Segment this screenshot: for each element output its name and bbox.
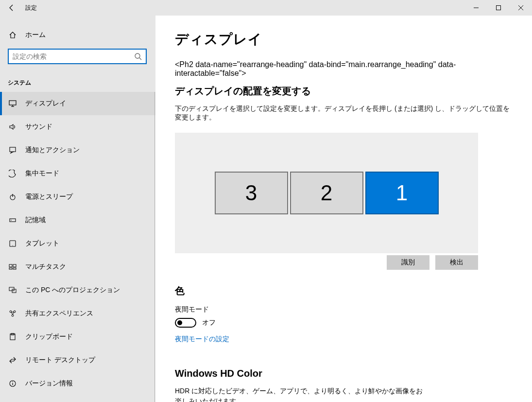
svg-point-15: [12, 245, 13, 245]
settings-window: 設定 ホーム: [0, 0, 532, 402]
sidebar-item-power-sleep[interactable]: 電源とスリープ: [0, 185, 155, 209]
tablet-icon: [8, 240, 17, 247]
storage-icon: [8, 216, 17, 224]
svg-rect-19: [13, 268, 16, 269]
close-button[interactable]: [510, 0, 532, 16]
sidebar-item-label: 通知とアクション: [25, 146, 80, 155]
sidebar-item-projecting[interactable]: この PC へのプロジェクション: [0, 279, 155, 302]
night-light-settings-link[interactable]: 夜間モードの設定: [175, 335, 229, 344]
hdc-heading: Windows HD Color: [175, 368, 513, 379]
monitor-1[interactable]: 1: [365, 172, 439, 214]
svg-point-4: [135, 53, 140, 58]
hdc-description: HDR に対応したビデオ、ゲーム、アプリで、より明るく、より鮮やかな画像をお楽し…: [175, 386, 428, 402]
maximize-button[interactable]: [487, 0, 510, 16]
sidebar-item-label: 電源とスリープ: [25, 192, 73, 201]
sidebar-item-label: リモート デスクトップ: [25, 356, 95, 365]
about-icon: [8, 380, 17, 387]
back-button[interactable]: [0, 0, 23, 16]
multitasking-icon: [8, 263, 17, 271]
svg-rect-12: [10, 219, 16, 222]
sidebar-item-shared-experiences[interactable]: 共有エクスペリエンス: [0, 302, 155, 325]
sidebar-item-clipboard[interactable]: クリップボード: [0, 325, 155, 349]
search-icon: [134, 52, 142, 60]
sidebar-item-label: クリップボード: [25, 332, 73, 341]
sidebar-item-notifications[interactable]: 通知とアクション: [0, 139, 155, 162]
svg-point-13: [11, 220, 12, 221]
rearrange-heading: ディスプレイの配置を変更する: [175, 85, 513, 98]
display-arrangement-area[interactable]: 3 2 1: [175, 133, 478, 253]
search-input[interactable]: [8, 49, 147, 64]
shared-experiences-icon: [8, 310, 17, 317]
nav-list: ディスプレイ サウンド 通知とアクション 集中モード 電源とスリープ: [0, 92, 155, 402]
sidebar-item-multitasking[interactable]: マルチタスク: [0, 255, 155, 279]
scrollbar[interactable]: [154, 92, 155, 402]
sidebar-item-label: ディスプレイ: [25, 99, 66, 108]
night-light-state: オフ: [202, 318, 216, 327]
remote-desktop-icon: [8, 356, 17, 364]
sidebar-item-about[interactable]: バージョン情報: [0, 372, 155, 395]
svg-point-32: [12, 382, 13, 383]
sidebar: ホーム システム ディスプレイ サウンド: [0, 16, 155, 402]
detect-button[interactable]: 検出: [435, 255, 478, 270]
sidebar-item-sound[interactable]: サウンド: [0, 115, 155, 139]
projecting-icon: [8, 286, 17, 294]
sidebar-item-remote-desktop[interactable]: リモート デスクトップ: [0, 349, 155, 372]
home-icon: [8, 31, 17, 39]
svg-rect-9: [10, 147, 16, 152]
svg-rect-17: [13, 264, 16, 267]
identify-button[interactable]: 識別: [387, 255, 429, 270]
monitor-2[interactable]: 2: [290, 172, 363, 214]
sidebar-item-tablet[interactable]: タブレット: [0, 232, 155, 255]
minimize-button[interactable]: [465, 0, 487, 16]
svg-rect-18: [9, 268, 12, 269]
notifications-icon: [8, 146, 17, 154]
home-button[interactable]: ホーム: [0, 25, 155, 45]
sound-icon: [8, 123, 17, 131]
focus-assist-icon: [8, 170, 17, 177]
sidebar-item-label: サウンド: [25, 122, 52, 131]
window-title: 設定: [25, 4, 37, 12]
sidebar-item-display[interactable]: ディスプレイ: [0, 92, 155, 115]
home-label: ホーム: [25, 31, 46, 39]
titlebar: 設定: [0, 0, 532, 16]
rearrange-description: 下のディスプレイを選択して設定を変更します。ディスプレイを長押し (または選択)…: [175, 105, 513, 122]
night-light-label: 夜間モード: [175, 305, 513, 314]
sidebar-item-storage[interactable]: 記憶域: [0, 209, 155, 232]
sidebar-item-label: 共有エクスペリエンス: [25, 309, 93, 318]
svg-line-27: [13, 312, 14, 315]
page-title: ディスプレイ: [175, 30, 513, 49]
sidebar-item-label: 集中モード: [25, 169, 59, 178]
svg-line-26: [11, 312, 13, 315]
sidebar-item-label: タブレット: [25, 239, 59, 248]
sidebar-item-label: マルチタスク: [25, 262, 66, 271]
display-icon: [8, 100, 17, 107]
svg-rect-1: [497, 6, 501, 10]
sidebar-item-label: この PC へのプロジェクション: [25, 286, 120, 295]
power-icon: [8, 193, 17, 201]
svg-rect-16: [9, 264, 12, 267]
sidebar-item-focus-assist[interactable]: 集中モード: [0, 162, 155, 185]
night-light-toggle[interactable]: [175, 318, 196, 328]
svg-rect-6: [9, 101, 16, 105]
svg-line-5: [139, 58, 141, 60]
sidebar-item-label: バージョン情報: [25, 379, 73, 388]
sidebar-item-label: 記憶域: [25, 216, 46, 225]
section-label: システム: [0, 68, 155, 92]
clipboard-icon: [8, 333, 17, 341]
content-area: ディスプレイ <Рh2 data-name="rearrange-heading…: [155, 16, 532, 402]
monitor-3[interactable]: 3: [215, 172, 288, 214]
svg-point-24: [12, 315, 14, 316]
color-heading: 色: [175, 284, 513, 297]
search-field[interactable]: [13, 52, 134, 60]
